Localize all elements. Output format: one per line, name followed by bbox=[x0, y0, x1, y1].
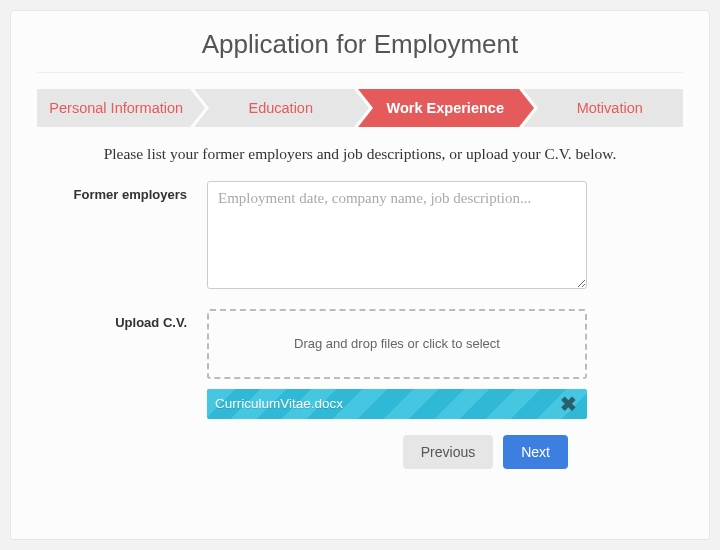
cv-dropzone[interactable]: Drag and drop files or click to select bbox=[207, 309, 587, 379]
former-employers-input[interactable] bbox=[207, 181, 587, 289]
remove-file-icon[interactable]: ✖ bbox=[558, 394, 579, 414]
step-motivation[interactable]: Motivation bbox=[523, 89, 684, 127]
step-nav: Personal Information Education Work Expe… bbox=[37, 89, 683, 127]
uploaded-file-chip: CurriculumVitae.docx ✖ bbox=[207, 389, 587, 419]
former-employers-label: Former employers bbox=[37, 181, 207, 293]
step-work-experience[interactable]: Work Experience bbox=[358, 89, 519, 127]
step-personal-information[interactable]: Personal Information bbox=[37, 89, 190, 127]
nav-buttons: Previous Next bbox=[37, 435, 683, 469]
step-label: Education bbox=[249, 100, 314, 116]
previous-button[interactable]: Previous bbox=[403, 435, 493, 469]
step-label: Personal Information bbox=[49, 100, 183, 116]
next-button[interactable]: Next bbox=[503, 435, 568, 469]
form-row-upload: Upload C.V. Drag and drop files or click… bbox=[37, 309, 683, 419]
step-education[interactable]: Education bbox=[194, 89, 355, 127]
uploaded-file-name: CurriculumVitae.docx bbox=[215, 396, 558, 411]
form-row-employers: Former employers bbox=[37, 181, 683, 293]
step-instructions: Please list your former employers and jo… bbox=[77, 143, 643, 165]
page-title: Application for Employment bbox=[37, 29, 683, 73]
dropzone-text: Drag and drop files or click to select bbox=[294, 336, 500, 351]
step-label: Motivation bbox=[577, 100, 643, 116]
upload-cv-label: Upload C.V. bbox=[37, 309, 207, 419]
step-label: Work Experience bbox=[387, 100, 504, 116]
application-panel: Application for Employment Personal Info… bbox=[10, 10, 710, 540]
